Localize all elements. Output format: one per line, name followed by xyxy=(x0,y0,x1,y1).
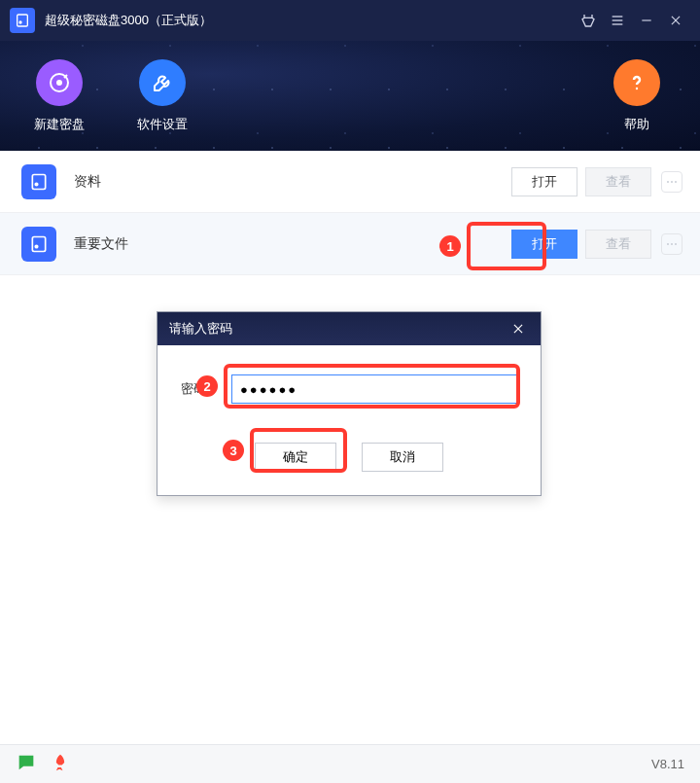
svg-point-1 xyxy=(19,21,21,23)
help-button[interactable]: 帮助 xyxy=(593,59,681,133)
rocket-icon[interactable] xyxy=(51,753,70,775)
minimize-button[interactable] xyxy=(632,6,661,35)
ok-button[interactable]: 确定 xyxy=(255,443,336,472)
new-disk-label: 新建密盘 xyxy=(16,116,103,133)
disc-icon xyxy=(36,59,83,106)
dialog-titlebar: 请输入密码 xyxy=(158,312,541,345)
help-label: 帮助 xyxy=(593,116,681,133)
svg-point-9 xyxy=(57,81,61,85)
open-button[interactable]: 打开 xyxy=(511,167,578,196)
disk-icon xyxy=(21,227,56,262)
disk-icon xyxy=(21,164,56,199)
toolbar: 新建密盘 软件设置 帮助 xyxy=(0,41,700,151)
password-label: 密码: xyxy=(181,380,231,398)
view-button[interactable]: 查看 xyxy=(585,167,651,196)
app-icon xyxy=(10,8,35,33)
footer: V8.11 xyxy=(0,744,700,783)
settings-button[interactable]: 软件设置 xyxy=(119,59,206,133)
cancel-button[interactable]: 取消 xyxy=(362,443,443,472)
app-title: 超级秘密磁盘3000（正式版） xyxy=(45,12,574,29)
wrench-icon xyxy=(139,59,186,106)
svg-point-10 xyxy=(636,87,638,89)
settings-label: 软件设置 xyxy=(119,116,206,133)
dialog-close-button[interactable] xyxy=(508,318,529,339)
disk-name: 资料 xyxy=(74,173,504,191)
svg-point-12 xyxy=(35,183,38,186)
close-button[interactable] xyxy=(661,6,690,35)
svg-rect-13 xyxy=(32,236,45,251)
svg-point-14 xyxy=(35,245,38,248)
svg-rect-0 xyxy=(18,15,28,26)
svg-rect-11 xyxy=(32,174,45,189)
password-input[interactable] xyxy=(231,374,517,404)
chat-icon[interactable] xyxy=(16,752,37,776)
theme-icon[interactable] xyxy=(574,6,603,35)
more-icon[interactable]: ⋯ xyxy=(661,233,682,255)
menu-icon[interactable] xyxy=(603,6,632,35)
disk-row: 重要文件 打开 查看 ⋯ xyxy=(0,213,700,275)
password-dialog: 请输入密码 密码: 确定 取消 xyxy=(157,311,542,496)
question-icon xyxy=(613,59,660,106)
titlebar: 超级秘密磁盘3000（正式版） xyxy=(0,0,700,41)
open-button[interactable]: 打开 xyxy=(511,230,578,259)
disk-name: 重要文件 xyxy=(74,235,504,253)
version-label: V8.11 xyxy=(651,757,684,771)
new-disk-button[interactable]: 新建密盘 xyxy=(16,59,103,133)
more-icon[interactable]: ⋯ xyxy=(661,171,682,193)
dialog-title: 请输入密码 xyxy=(169,320,232,338)
disk-row: 资料 打开 查看 ⋯ xyxy=(0,151,700,213)
view-button[interactable]: 查看 xyxy=(585,230,651,259)
